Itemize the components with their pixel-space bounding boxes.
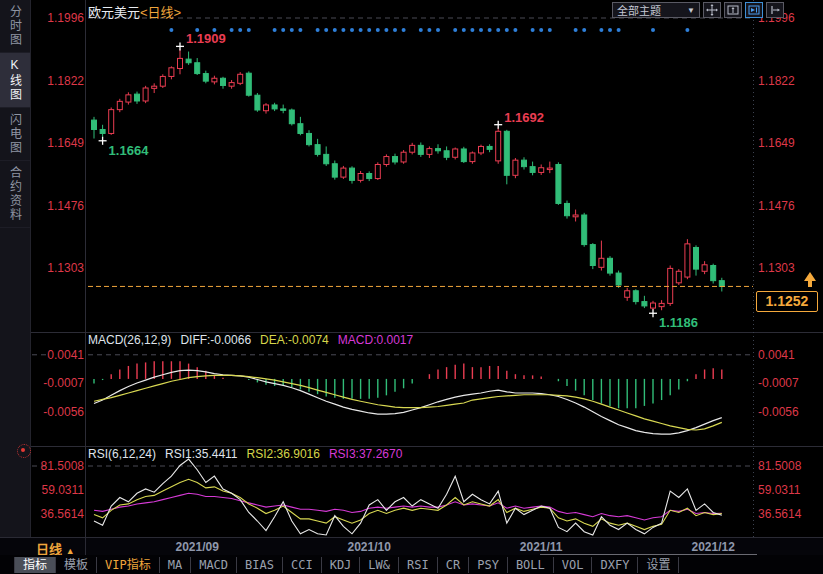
toolbar-item-MA[interactable]: MA (160, 557, 191, 573)
candle-body (109, 110, 114, 134)
toolbar-item-DXFY[interactable]: DXFY (592, 557, 638, 573)
candle-body (410, 145, 415, 152)
timeline-divider (85, 538, 86, 556)
toolbar-item-VOL[interactable]: VOL (554, 557, 593, 573)
candle-body (298, 124, 303, 134)
candle-body (289, 110, 294, 124)
candle-body (651, 303, 656, 308)
candle-body (212, 78, 217, 82)
annotation-label: 1.1692 (504, 110, 544, 125)
horizontal-scrollbar[interactable] (540, 554, 757, 555)
crosshair-move-icon (706, 4, 718, 16)
candle-body (384, 157, 389, 165)
chevron-down-icon: ▼ (687, 6, 695, 15)
toolbar-item-设置[interactable]: 设置 (638, 557, 679, 573)
toolbar-item-MACD[interactable]: MACD (191, 557, 237, 573)
candle-body (513, 160, 518, 175)
toolbar-item-CR[interactable]: CR (438, 557, 469, 573)
date-label-2021/09: 2021/09 (167, 540, 227, 554)
period-tag: <日线> (140, 5, 181, 20)
theme-dropdown[interactable]: 全部主题 ▼ (612, 2, 700, 18)
candle-body (659, 303, 664, 306)
candle-body (590, 245, 595, 266)
candle-body (702, 265, 707, 271)
axis-tick-label: 81.5008 (41, 459, 85, 473)
crosshair-move-button[interactable] (703, 2, 721, 18)
candle-body (195, 63, 200, 74)
rsi-header: RSI(6,12,24)RSI1:35.4411RSI2:36.9016RSI3… (88, 447, 402, 461)
candle-body (539, 168, 544, 173)
toolbar-item-VIP指标[interactable]: VIP指标 (97, 557, 160, 573)
signal-dot (298, 28, 302, 32)
signal-dot (367, 28, 371, 32)
signal-dot (324, 28, 328, 32)
signal-dot (599, 28, 603, 32)
axis-tick-label: 36.5614 (41, 507, 85, 521)
macd-dea-value: DEA:-0.0074 (260, 333, 329, 347)
axis-tick-label: 1.1303 (47, 261, 84, 275)
toolbar-item-BIAS[interactable]: BIAS (237, 557, 283, 573)
indicator-toolbar: 指标模板VIP指标MAMACDBIASCCIKDJLW&RSICRPSYBOLL… (0, 555, 823, 574)
signal-dot (548, 28, 552, 32)
candle-body (246, 73, 251, 95)
axis-tick-label: 1.1649 (758, 136, 795, 150)
candle-body (160, 76, 165, 86)
annotation-label: 1.1909 (186, 31, 226, 46)
candle-body (221, 78, 226, 85)
signal-dot (359, 28, 363, 32)
signal-dot (419, 28, 423, 32)
candle-body (264, 105, 269, 111)
toolbar-item-BOLL[interactable]: BOLL (508, 557, 554, 573)
signal-dot (333, 28, 337, 32)
signal-dot (341, 28, 345, 32)
toolbar-item-模板[interactable]: 模板 (56, 557, 97, 573)
sidebar-tab-2[interactable]: K线图 (0, 53, 30, 108)
axis-tick-label: 1.1822 (758, 74, 795, 88)
rsi1-value: RSI1:35.4411 (165, 447, 238, 461)
signal-dot (496, 28, 500, 32)
toolbar-item-PSY[interactable]: PSY (469, 557, 508, 573)
pan-mode-button[interactable] (745, 2, 763, 18)
axis-tick-label: 81.5008 (758, 459, 802, 473)
signal-dot (617, 28, 621, 32)
signal-dot (488, 28, 492, 32)
candle-body (599, 258, 604, 267)
date-label-2021/10: 2021/10 (339, 540, 399, 554)
toolbar-item-KDJ[interactable]: KDJ (322, 557, 361, 573)
candle-body (143, 88, 148, 101)
signal-dot (427, 28, 431, 32)
shift-right-icon (769, 4, 781, 16)
shift-right-button[interactable] (766, 2, 784, 18)
scale-axis-icon (727, 4, 739, 16)
toolbar-item-CCI[interactable]: CCI (283, 557, 322, 573)
toolbar-item-RSI[interactable]: RSI (399, 557, 438, 573)
axis-tick-label: 59.0311 (758, 483, 801, 497)
candle-body (461, 149, 466, 162)
candle-body (203, 74, 208, 82)
toolbar-item-指标[interactable]: 指标 (14, 557, 56, 573)
annotation-label: 1.1664 (109, 143, 150, 158)
current-price-box: 1.1252 (756, 291, 818, 312)
sidebar-tab-1[interactable]: 分时图 (0, 0, 30, 53)
symbol-name: 欧元美元 (88, 5, 140, 20)
axis-tick-label: 59.0311 (42, 483, 85, 497)
macd-diff-value: DIFF:-0.0066 (180, 333, 251, 347)
candle-body (556, 164, 561, 203)
sidebar-tab-4[interactable]: 合约资料 (0, 161, 30, 228)
scale-axis-button[interactable] (724, 2, 742, 18)
candle-body (229, 83, 234, 87)
toolbar-item-LW&[interactable]: LW& (360, 557, 399, 573)
candle-body (186, 59, 191, 63)
signal-dot (290, 28, 294, 32)
macd-header: MACD(26,12,9)DIFF:-0.0066DEA:-0.0074MACD… (88, 333, 413, 347)
candle-body (350, 168, 355, 180)
sidebar-tab-3[interactable]: 闪电图 (0, 108, 30, 161)
signal-dot (608, 28, 612, 32)
annotation-label: 1.1186 (659, 315, 698, 330)
theme-dropdown-label: 全部主题 (617, 2, 661, 18)
candle-body (92, 120, 97, 129)
signal-dot (685, 28, 689, 32)
signal-dot (169, 28, 173, 32)
date-label-2021/11: 2021/11 (511, 540, 571, 554)
signal-dot (316, 28, 320, 32)
